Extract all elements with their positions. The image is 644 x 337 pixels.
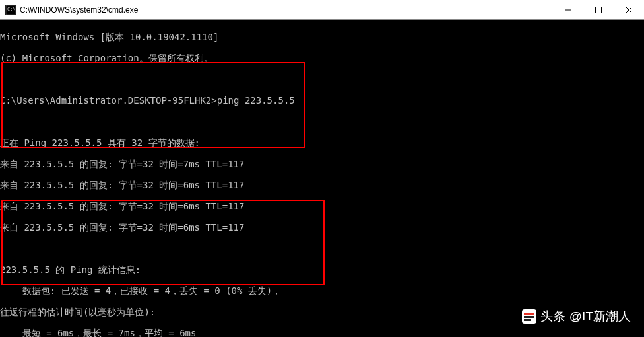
window-title: C:\WINDOWS\system32\cmd.exe: [20, 5, 553, 15]
prompt-line: C:\Users\Administrator.DESKTOP-95FLHK2>p…: [0, 95, 644, 106]
watermark: 头条 @IT新潮人: [522, 308, 631, 325]
header-line: Microsoft Windows [版本 10.0.19042.1110]: [0, 32, 644, 42]
maximize-button[interactable]: [583, 0, 614, 19]
watermark-source: 头条: [540, 308, 565, 325]
ping-reply: 来自 223.5.5.5 的回复: 字节=32 时间=6ms TTL=117: [0, 201, 644, 211]
terminal-output[interactable]: Microsoft Windows [版本 10.0.19042.1110] (…: [0, 20, 644, 337]
cmd-icon: C:\: [5, 5, 16, 15]
ping-header: 正在 Ping 223.5.5.5 具有 32 字节的数据:: [0, 137, 644, 148]
svg-rect-8: [524, 313, 534, 315]
ping-reply: 来自 223.5.5.5 的回复: 字节=32 时间=6ms TTL=117: [0, 180, 644, 190]
svg-rect-10: [524, 319, 531, 321]
close-button[interactable]: [614, 0, 644, 19]
svg-rect-9: [524, 316, 534, 318]
ping-stats-rtt: 最短 = 6ms，最长 = 7ms，平均 = 6ms: [0, 328, 644, 337]
command: ping 223.5.5.5: [217, 95, 295, 106]
window-titlebar: C:\ C:\WINDOWS\system32\cmd.exe: [0, 0, 644, 20]
window-controls: [553, 0, 644, 19]
svg-rect-4: [596, 7, 602, 13]
minimize-button[interactable]: [553, 0, 583, 19]
prompt: C:\Users\Administrator.DESKTOP-95FLHK2>: [0, 95, 217, 106]
blank-line: [0, 243, 644, 254]
toutiao-logo-icon: [522, 309, 536, 324]
blank-line: [0, 116, 644, 127]
svg-text:C:\: C:\: [7, 7, 16, 12]
copyright-line: (c) Microsoft Corporation。保留所有权利。: [0, 53, 644, 63]
ping-reply: 来自 223.5.5.5 的回复: 字节=32 时间=6ms TTL=117: [0, 222, 644, 233]
watermark-author: @IT新潮人: [569, 308, 631, 325]
ping-stats-packets: 数据包: 已发送 = 4，已接收 = 4，丢失 = 0 (0% 丢失)，: [0, 285, 644, 296]
blank-line: [0, 74, 644, 85]
ping-reply: 来自 223.5.5.5 的回复: 字节=32 时间=7ms TTL=117: [0, 159, 644, 169]
ping-stats-title: 223.5.5.5 的 Ping 统计信息:: [0, 264, 644, 275]
